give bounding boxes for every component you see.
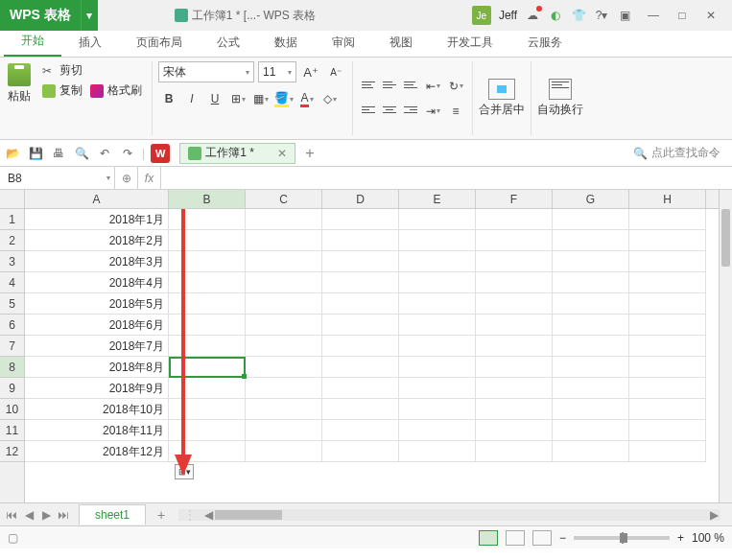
col-header-E[interactable]: E — [399, 190, 476, 208]
bold-button[interactable]: B — [158, 88, 179, 109]
cell[interactable] — [553, 336, 629, 357]
cell[interactable] — [246, 230, 322, 251]
window-icon[interactable]: ▣ — [617, 8, 632, 23]
align-right-button[interactable] — [401, 101, 420, 120]
cell[interactable]: 2018年5月 — [25, 293, 169, 315]
row-header[interactable]: 3 — [0, 251, 24, 272]
row-header[interactable]: 5 — [0, 293, 24, 315]
command-search[interactable]: 🔍 点此查找命令 — [633, 145, 728, 161]
close-button[interactable]: ✕ — [697, 4, 724, 27]
row-header[interactable]: 8 — [0, 357, 24, 378]
insert-function-button[interactable]: ⊕ — [115, 167, 138, 189]
skin-icon[interactable]: 👕 — [571, 8, 586, 23]
formula-input[interactable] — [161, 167, 732, 189]
row-header[interactable]: 11 — [0, 420, 24, 441]
print-icon[interactable]: 🖶 — [50, 145, 67, 162]
cell[interactable] — [246, 399, 322, 420]
cell[interactable] — [399, 420, 476, 441]
align-middle-button[interactable] — [380, 76, 399, 95]
undo-icon[interactable]: ↶ — [96, 145, 113, 162]
tab-devtools[interactable]: 开发工具 — [430, 29, 510, 57]
tab-review[interactable]: 审阅 — [315, 29, 372, 57]
underline-button[interactable]: U — [204, 88, 225, 109]
cell[interactable] — [629, 336, 706, 357]
hscroll-thumb[interactable] — [215, 510, 282, 520]
cell[interactable] — [553, 420, 629, 441]
col-header-B[interactable]: B — [169, 190, 246, 208]
cell[interactable] — [169, 315, 246, 336]
cell[interactable] — [553, 251, 629, 272]
cell[interactable] — [629, 251, 706, 272]
indent-increase-button[interactable]: ⇥ — [422, 101, 443, 122]
row-header[interactable]: 1 — [0, 209, 24, 230]
cell[interactable] — [246, 441, 322, 462]
cell[interactable] — [399, 357, 476, 378]
font-name-select[interactable]: 宋体▾ — [158, 61, 254, 82]
wps-logo[interactable]: W — [151, 144, 170, 163]
align-top-button[interactable] — [359, 76, 378, 95]
align-bottom-button[interactable] — [401, 76, 420, 95]
copy-button[interactable]: 复制 — [59, 82, 83, 99]
row-header[interactable]: 7 — [0, 336, 24, 357]
hscroll-left[interactable]: ◀ — [201, 508, 215, 522]
select-all-corner[interactable] — [0, 190, 25, 209]
view-break-button[interactable] — [532, 530, 552, 546]
cell[interactable]: 2018年10月 — [25, 399, 169, 420]
fill-color-button[interactable]: 🪣 — [273, 88, 295, 109]
merge-button[interactable]: 合并居中 — [479, 102, 525, 118]
cell[interactable] — [246, 336, 322, 357]
cell[interactable] — [629, 293, 706, 315]
cell[interactable] — [246, 315, 322, 336]
cell[interactable] — [476, 357, 553, 378]
cell[interactable] — [169, 399, 246, 420]
italic-button[interactable]: I — [181, 88, 202, 109]
cell[interactable] — [399, 378, 476, 399]
cell[interactable] — [399, 336, 476, 357]
cell[interactable] — [322, 293, 399, 315]
cell[interactable]: 2018年4月 — [25, 272, 169, 293]
cell[interactable] — [169, 293, 246, 315]
cell[interactable] — [246, 251, 322, 272]
add-sheet-button[interactable]: + — [152, 507, 171, 523]
cell[interactable]: 2018年8月 — [25, 357, 169, 378]
cell[interactable] — [629, 378, 706, 399]
cell[interactable] — [476, 209, 553, 230]
tab-insert[interactable]: 插入 — [61, 29, 119, 57]
indent-decrease-button[interactable]: ⇤ — [422, 76, 443, 97]
zoom-out-button[interactable]: − — [559, 531, 566, 545]
tab-data[interactable]: 数据 — [257, 29, 315, 57]
zoom-slider[interactable] — [574, 536, 670, 540]
cell[interactable]: 2018年12月 — [25, 441, 169, 462]
cell[interactable]: 2018年2月 — [25, 230, 169, 251]
redo-icon[interactable]: ↷ — [119, 145, 136, 162]
cell[interactable] — [553, 272, 629, 293]
row-header[interactable]: 6 — [0, 315, 24, 336]
sheet-nav-prev[interactable]: ◀ — [21, 507, 36, 523]
cell[interactable] — [629, 230, 706, 251]
cell[interactable] — [322, 357, 399, 378]
avatar[interactable]: Je — [472, 6, 491, 25]
cell[interactable] — [399, 251, 476, 272]
maximize-button[interactable]: □ — [669, 4, 696, 27]
scrollbar-thumb[interactable] — [721, 209, 730, 267]
cell[interactable] — [553, 378, 629, 399]
cell[interactable] — [629, 315, 706, 336]
cell[interactable] — [476, 399, 553, 420]
align-left-button[interactable] — [359, 101, 378, 120]
row-header[interactable]: 4 — [0, 272, 24, 293]
doc-tab-close[interactable]: ✕ — [277, 147, 287, 160]
cell[interactable] — [169, 336, 246, 357]
cell[interactable] — [246, 420, 322, 441]
cell[interactable] — [169, 357, 246, 378]
cell[interactable] — [322, 315, 399, 336]
font-decrease-button[interactable]: A⁻ — [325, 61, 346, 82]
cell[interactable] — [246, 378, 322, 399]
cell[interactable] — [553, 357, 629, 378]
cell[interactable] — [399, 293, 476, 315]
row-header[interactable]: 12 — [0, 441, 24, 462]
row-header[interactable]: 2 — [0, 230, 24, 251]
cell[interactable] — [553, 209, 629, 230]
cell[interactable] — [322, 251, 399, 272]
cell[interactable] — [169, 420, 246, 441]
new-tab-button[interactable]: + — [301, 145, 319, 162]
